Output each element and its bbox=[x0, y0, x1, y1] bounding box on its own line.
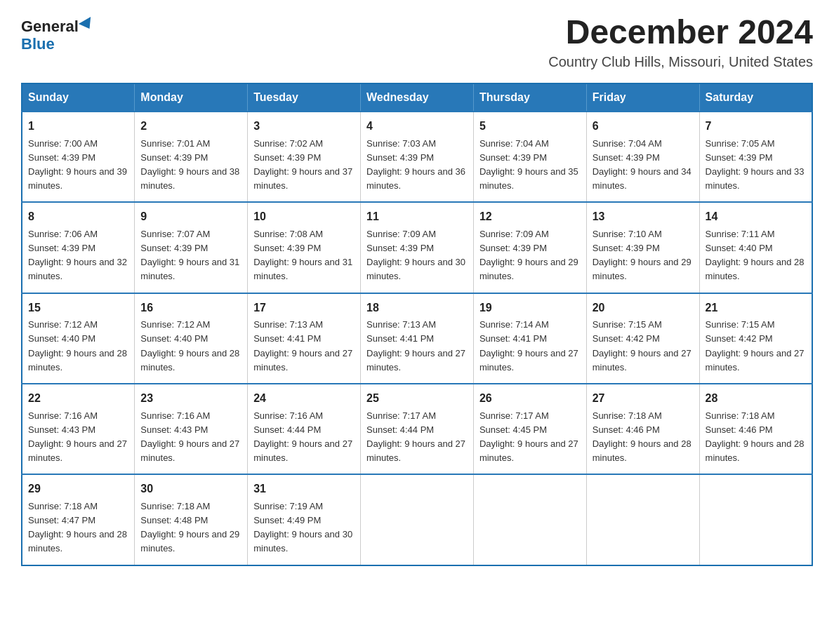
table-row bbox=[586, 474, 699, 565]
day-number: 16 bbox=[140, 300, 241, 317]
day-info: Sunrise: 7:12 AMSunset: 4:40 PMDaylight:… bbox=[140, 319, 239, 372]
calendar-week-row: 8 Sunrise: 7:06 AMSunset: 4:39 PMDayligh… bbox=[22, 202, 812, 293]
col-thursday: Thursday bbox=[473, 83, 586, 112]
day-info: Sunrise: 7:15 AMSunset: 4:42 PMDaylight:… bbox=[593, 319, 691, 372]
day-info: Sunrise: 7:16 AMSunset: 4:43 PMDaylight:… bbox=[140, 410, 239, 463]
day-number: 7 bbox=[706, 118, 806, 135]
day-info: Sunrise: 7:10 AMSunset: 4:39 PMDaylight:… bbox=[593, 229, 691, 281]
col-sunday: Sunday bbox=[22, 83, 135, 112]
table-row: 12 Sunrise: 7:09 AMSunset: 4:39 PMDaylig… bbox=[473, 202, 586, 293]
day-number: 14 bbox=[706, 208, 806, 226]
table-row: 31 Sunrise: 7:19 AMSunset: 4:49 PMDaylig… bbox=[248, 474, 361, 565]
day-info: Sunrise: 7:13 AMSunset: 4:41 PMDaylight:… bbox=[253, 319, 352, 372]
table-row: 17 Sunrise: 7:13 AMSunset: 4:41 PMDaylig… bbox=[248, 293, 361, 384]
table-row: 27 Sunrise: 7:18 AMSunset: 4:46 PMDaylig… bbox=[586, 384, 699, 474]
day-info: Sunrise: 7:11 AMSunset: 4:40 PMDaylight:… bbox=[706, 229, 805, 281]
table-row: 5 Sunrise: 7:04 AMSunset: 4:39 PMDayligh… bbox=[473, 112, 586, 202]
day-info: Sunrise: 7:06 AMSunset: 4:39 PMDaylight:… bbox=[28, 229, 127, 281]
day-number: 15 bbox=[28, 300, 128, 317]
location-subtitle: Country Club Hills, Missouri, United Sta… bbox=[548, 54, 813, 70]
table-row: 21 Sunrise: 7:15 AMSunset: 4:42 PMDaylig… bbox=[699, 293, 812, 384]
day-number: 3 bbox=[253, 118, 355, 135]
table-row: 19 Sunrise: 7:14 AMSunset: 4:41 PMDaylig… bbox=[473, 293, 586, 384]
day-number: 31 bbox=[253, 481, 355, 498]
day-number: 29 bbox=[28, 481, 128, 498]
day-info: Sunrise: 7:18 AMSunset: 4:47 PMDaylight:… bbox=[28, 501, 127, 554]
day-number: 6 bbox=[593, 118, 694, 135]
logo: General Blue bbox=[21, 14, 94, 53]
col-wednesday: Wednesday bbox=[361, 83, 474, 112]
table-row: 14 Sunrise: 7:11 AMSunset: 4:40 PMDaylig… bbox=[699, 202, 812, 293]
day-number: 17 bbox=[253, 300, 355, 317]
table-row: 9 Sunrise: 7:07 AMSunset: 4:39 PMDayligh… bbox=[135, 202, 248, 293]
day-info: Sunrise: 7:18 AMSunset: 4:46 PMDaylight:… bbox=[593, 410, 691, 463]
day-info: Sunrise: 7:08 AMSunset: 4:39 PMDaylight:… bbox=[253, 229, 352, 281]
table-row: 4 Sunrise: 7:03 AMSunset: 4:39 PMDayligh… bbox=[361, 112, 474, 202]
day-info: Sunrise: 7:15 AMSunset: 4:42 PMDaylight:… bbox=[706, 319, 805, 372]
table-row: 8 Sunrise: 7:06 AMSunset: 4:39 PMDayligh… bbox=[22, 202, 135, 293]
day-number: 11 bbox=[366, 208, 468, 226]
table-row bbox=[361, 474, 474, 565]
day-info: Sunrise: 7:18 AMSunset: 4:46 PMDaylight:… bbox=[706, 410, 805, 463]
page-header: General Blue December 2024 Country Club … bbox=[21, 14, 813, 70]
day-number: 28 bbox=[706, 390, 806, 408]
logo-general: General bbox=[21, 18, 79, 35]
day-number: 25 bbox=[366, 390, 468, 408]
table-row bbox=[699, 474, 812, 565]
day-info: Sunrise: 7:09 AMSunset: 4:39 PMDaylight:… bbox=[479, 229, 578, 281]
calendar-header-row: Sunday Monday Tuesday Wednesday Thursday… bbox=[22, 83, 812, 112]
table-row: 25 Sunrise: 7:17 AMSunset: 4:44 PMDaylig… bbox=[361, 384, 474, 474]
table-row: 22 Sunrise: 7:16 AMSunset: 4:43 PMDaylig… bbox=[22, 384, 135, 474]
table-row bbox=[473, 474, 586, 565]
day-number: 26 bbox=[479, 390, 581, 408]
table-row: 3 Sunrise: 7:02 AMSunset: 4:39 PMDayligh… bbox=[248, 112, 361, 202]
day-number: 8 bbox=[28, 208, 128, 226]
table-row: 30 Sunrise: 7:18 AMSunset: 4:48 PMDaylig… bbox=[135, 474, 248, 565]
day-info: Sunrise: 7:16 AMSunset: 4:44 PMDaylight:… bbox=[253, 410, 352, 463]
table-row: 13 Sunrise: 7:10 AMSunset: 4:39 PMDaylig… bbox=[586, 202, 699, 293]
calendar-week-row: 15 Sunrise: 7:12 AMSunset: 4:40 PMDaylig… bbox=[22, 293, 812, 384]
day-info: Sunrise: 7:01 AMSunset: 4:39 PMDaylight:… bbox=[140, 138, 239, 191]
day-number: 20 bbox=[593, 300, 694, 317]
calendar-table: Sunday Monday Tuesday Wednesday Thursday… bbox=[21, 83, 813, 566]
day-info: Sunrise: 7:09 AMSunset: 4:39 PMDaylight:… bbox=[366, 229, 465, 281]
day-number: 4 bbox=[366, 118, 468, 135]
table-row: 15 Sunrise: 7:12 AMSunset: 4:40 PMDaylig… bbox=[22, 293, 135, 384]
day-info: Sunrise: 7:07 AMSunset: 4:39 PMDaylight:… bbox=[140, 229, 239, 281]
day-info: Sunrise: 7:04 AMSunset: 4:39 PMDaylight:… bbox=[479, 138, 578, 191]
day-number: 13 bbox=[593, 208, 694, 226]
day-info: Sunrise: 7:04 AMSunset: 4:39 PMDaylight:… bbox=[593, 138, 691, 191]
day-number: 27 bbox=[593, 390, 694, 408]
day-number: 21 bbox=[706, 300, 806, 317]
day-info: Sunrise: 7:17 AMSunset: 4:44 PMDaylight:… bbox=[366, 410, 465, 463]
table-row: 11 Sunrise: 7:09 AMSunset: 4:39 PMDaylig… bbox=[361, 202, 474, 293]
calendar-week-row: 29 Sunrise: 7:18 AMSunset: 4:47 PMDaylig… bbox=[22, 474, 812, 565]
day-info: Sunrise: 7:17 AMSunset: 4:45 PMDaylight:… bbox=[479, 410, 578, 463]
day-number: 5 bbox=[479, 118, 581, 135]
calendar-week-row: 1 Sunrise: 7:00 AMSunset: 4:39 PMDayligh… bbox=[22, 112, 812, 202]
day-number: 30 bbox=[140, 481, 241, 498]
day-number: 24 bbox=[253, 390, 355, 408]
col-saturday: Saturday bbox=[699, 83, 812, 112]
col-monday: Monday bbox=[135, 83, 248, 112]
day-number: 12 bbox=[479, 208, 581, 226]
month-title: December 2024 bbox=[548, 14, 813, 51]
day-info: Sunrise: 7:12 AMSunset: 4:40 PMDaylight:… bbox=[28, 319, 127, 372]
day-number: 9 bbox=[140, 208, 241, 226]
day-info: Sunrise: 7:13 AMSunset: 4:41 PMDaylight:… bbox=[366, 319, 465, 372]
table-row: 24 Sunrise: 7:16 AMSunset: 4:44 PMDaylig… bbox=[248, 384, 361, 474]
table-row: 28 Sunrise: 7:18 AMSunset: 4:46 PMDaylig… bbox=[699, 384, 812, 474]
day-info: Sunrise: 7:18 AMSunset: 4:48 PMDaylight:… bbox=[140, 501, 239, 554]
day-info: Sunrise: 7:00 AMSunset: 4:39 PMDaylight:… bbox=[28, 138, 127, 191]
table-row: 18 Sunrise: 7:13 AMSunset: 4:41 PMDaylig… bbox=[361, 293, 474, 384]
day-info: Sunrise: 7:14 AMSunset: 4:41 PMDaylight:… bbox=[479, 319, 578, 372]
table-row: 20 Sunrise: 7:15 AMSunset: 4:42 PMDaylig… bbox=[586, 293, 699, 384]
table-row: 29 Sunrise: 7:18 AMSunset: 4:47 PMDaylig… bbox=[22, 474, 135, 565]
table-row: 23 Sunrise: 7:16 AMSunset: 4:43 PMDaylig… bbox=[135, 384, 248, 474]
day-number: 18 bbox=[366, 300, 468, 317]
table-row: 2 Sunrise: 7:01 AMSunset: 4:39 PMDayligh… bbox=[135, 112, 248, 202]
title-block: December 2024 Country Club Hills, Missou… bbox=[548, 14, 813, 70]
table-row: 10 Sunrise: 7:08 AMSunset: 4:39 PMDaylig… bbox=[248, 202, 361, 293]
table-row: 16 Sunrise: 7:12 AMSunset: 4:40 PMDaylig… bbox=[135, 293, 248, 384]
day-number: 19 bbox=[479, 300, 581, 317]
